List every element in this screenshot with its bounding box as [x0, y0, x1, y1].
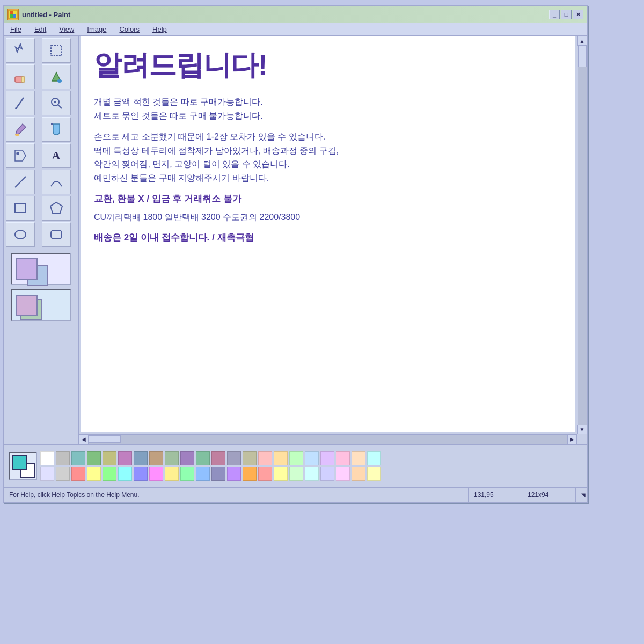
- svg-rect-2: [13, 14, 16, 18]
- svg-rect-1: [10, 11, 13, 14]
- menu-help[interactable]: Help: [150, 25, 169, 34]
- scroll-down-button[interactable]: ▼: [577, 425, 587, 434]
- palette-swatch[interactable]: [165, 467, 179, 481]
- palette-swatch[interactable]: [103, 467, 116, 481]
- palette-swatch[interactable]: [211, 451, 225, 465]
- palette-swatch[interactable]: [40, 467, 54, 481]
- palette-swatch[interactable]: [180, 467, 194, 481]
- scrollbar-horizontal[interactable]: ◀ ▶: [79, 434, 577, 444]
- tool-pencil[interactable]: [6, 91, 35, 115]
- title-bar-left: untitled - Paint: [7, 9, 70, 20]
- tool-paint-bucket[interactable]: [42, 117, 71, 142]
- palette-swatch[interactable]: [367, 451, 381, 465]
- palette-swatch[interactable]: [87, 451, 101, 465]
- palette-swatch[interactable]: [274, 451, 288, 465]
- palette-swatch[interactable]: [56, 467, 70, 481]
- canvas-para-4: CU끼리택배 1800 일반택배 3200 수도권외 2200/3800: [94, 210, 562, 224]
- svg-marker-4: [16, 44, 22, 52]
- palette-swatch[interactable]: [118, 451, 132, 465]
- palette-swatch[interactable]: [134, 467, 148, 481]
- tool-polygon[interactable]: [42, 196, 71, 221]
- palette-swatch[interactable]: [336, 451, 350, 465]
- palette-swatch[interactable]: [211, 467, 225, 481]
- palette-swatch[interactable]: [149, 467, 163, 481]
- svg-point-18: [17, 152, 19, 155]
- canvas-headline: 알려드립니다!: [94, 47, 562, 84]
- palette-swatch[interactable]: [118, 467, 132, 481]
- menu-file[interactable]: File: [8, 25, 24, 34]
- tool-select-free[interactable]: [6, 38, 35, 63]
- palette-swatch[interactable]: [165, 451, 179, 465]
- canvas-area: ▲ ▼ ◀ ▶ 알려드립니다! 개별 금액 적힌 것들은 따로 구매가능합니다.…: [79, 36, 587, 444]
- palette-swatch[interactable]: [367, 467, 381, 481]
- scroll-track-v[interactable]: [578, 46, 587, 425]
- palette-swatch[interactable]: [149, 451, 163, 465]
- scroll-left-button[interactable]: ◀: [79, 435, 89, 444]
- svg-line-19: [15, 177, 26, 187]
- restore-button[interactable]: □: [561, 10, 572, 19]
- tool-curve[interactable]: [42, 170, 71, 194]
- menu-view[interactable]: View: [57, 25, 76, 34]
- palette-swatch[interactable]: [320, 451, 334, 465]
- palette-swatch[interactable]: [40, 451, 54, 465]
- palette-selected-fg[interactable]: [12, 455, 27, 470]
- palette-swatch[interactable]: [289, 451, 303, 465]
- palette-swatch[interactable]: [180, 451, 194, 465]
- palette-swatch[interactable]: [196, 467, 210, 481]
- tool-rounded-rect[interactable]: [42, 222, 71, 247]
- palette-swatch[interactable]: [258, 451, 272, 465]
- palette-swatch[interactable]: [134, 451, 148, 465]
- palette-swatch[interactable]: [289, 467, 303, 481]
- palette-swatch[interactable]: [243, 451, 257, 465]
- svg-rect-7: [21, 77, 25, 82]
- canvas-para-2: 손으로 세고 소분했기 때문에 1-2장 오차가 있을 수 있습니다. 떡메 특…: [94, 130, 562, 185]
- palette-swatch[interactable]: [87, 467, 101, 481]
- foreground-color-swatch[interactable]: [16, 258, 38, 280]
- palette-row-2: [40, 467, 381, 481]
- tool-zoom[interactable]: [42, 91, 71, 115]
- palette-swatch[interactable]: [56, 451, 70, 465]
- palette-swatch[interactable]: [258, 467, 272, 481]
- scroll-thumb-h[interactable]: [89, 435, 121, 443]
- palette-swatch[interactable]: [243, 467, 257, 481]
- status-bar: For Help, click Help Topics on the Help …: [4, 487, 587, 502]
- scroll-right-button[interactable]: ▶: [567, 435, 577, 444]
- close-button[interactable]: ✕: [573, 10, 583, 19]
- tool-select-rect[interactable]: [42, 38, 71, 63]
- toolbar-color-area: [6, 253, 76, 321]
- tool-eraser[interactable]: [6, 64, 35, 89]
- tool-fill[interactable]: [42, 64, 71, 89]
- palette-swatch[interactable]: [274, 467, 288, 481]
- tool-text[interactable]: A: [42, 143, 71, 168]
- palette-swatch[interactable]: [320, 467, 334, 481]
- scroll-track-h[interactable]: [89, 435, 567, 444]
- palette-swatch[interactable]: [196, 451, 210, 465]
- menu-colors[interactable]: Colors: [117, 25, 142, 34]
- svg-marker-21: [50, 202, 62, 213]
- tool-rectangle[interactable]: [6, 196, 35, 221]
- palette-swatch[interactable]: [227, 467, 241, 481]
- palette-swatch[interactable]: [227, 451, 241, 465]
- foreground-color-swatch2[interactable]: [16, 295, 38, 316]
- palette-swatch[interactable]: [103, 451, 116, 465]
- palette-swatch[interactable]: [336, 467, 350, 481]
- palette-swatch[interactable]: [305, 451, 319, 465]
- palette-swatch[interactable]: [305, 467, 319, 481]
- status-coords-text: 131,95: [474, 491, 494, 499]
- palette-swatch[interactable]: [71, 451, 85, 465]
- tool-ellipse[interactable]: [6, 222, 35, 247]
- tool-brush[interactable]: [6, 117, 35, 142]
- palette-swatch[interactable]: [71, 467, 85, 481]
- palette-swatch[interactable]: [352, 467, 365, 481]
- paint-window: untitled - Paint _ □ ✕ File Edit View Im…: [3, 5, 588, 503]
- palette-swatch[interactable]: [352, 451, 365, 465]
- scroll-thumb-v[interactable]: [578, 46, 587, 67]
- canvas-content: 알려드립니다! 개별 금액 적힌 것들은 따로 구매가능합니다. 세트로 묶인 …: [81, 36, 575, 432]
- tool-line[interactable]: [6, 170, 35, 194]
- scrollbar-vertical[interactable]: ▲ ▼: [577, 36, 587, 434]
- menu-image[interactable]: Image: [85, 25, 108, 34]
- menu-edit[interactable]: Edit: [32, 25, 48, 34]
- tool-tag[interactable]: [6, 143, 35, 168]
- scroll-up-button[interactable]: ▲: [577, 36, 587, 46]
- minimize-button[interactable]: _: [549, 10, 560, 19]
